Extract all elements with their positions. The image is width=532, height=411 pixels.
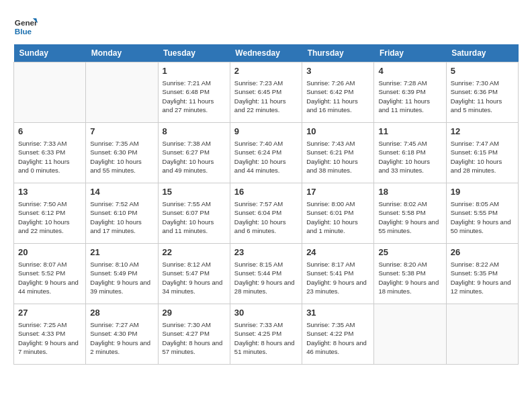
day-number: 3	[306, 65, 369, 77]
calendar-cell: 18Sunrise: 8:02 AMSunset: 5:58 PMDayligh…	[374, 183, 446, 244]
page-header: General Blue	[13, 13, 519, 38]
calendar-cell: 26Sunrise: 8:22 AMSunset: 5:35 PMDayligh…	[446, 244, 518, 304]
day-info: Sunrise: 8:17 AMSunset: 5:41 PMDaylight:…	[306, 260, 369, 295]
day-number: 19	[451, 186, 514, 198]
day-number: 28	[90, 307, 153, 319]
day-number: 14	[90, 186, 153, 198]
day-info: Sunrise: 7:33 AMSunset: 6:33 PMDaylight:…	[18, 139, 81, 175]
day-number: 13	[18, 186, 81, 198]
calendar-cell: 12Sunrise: 7:47 AMSunset: 6:15 PMDayligh…	[446, 123, 518, 183]
calendar-cell: 9Sunrise: 7:40 AMSunset: 6:24 PMDaylight…	[230, 123, 302, 183]
day-number: 24	[306, 246, 369, 259]
day-info: Sunrise: 7:26 AMSunset: 6:42 PMDaylight:…	[306, 79, 369, 114]
day-info: Sunrise: 7:21 AMSunset: 6:48 PMDaylight:…	[163, 79, 226, 114]
calendar-cell: 13Sunrise: 7:50 AMSunset: 6:12 PMDayligh…	[14, 183, 86, 244]
calendar-cell: 30Sunrise: 7:33 AMSunset: 4:25 PMDayligh…	[230, 304, 302, 365]
day-info: Sunrise: 7:47 AMSunset: 6:15 PMDaylight:…	[451, 139, 514, 175]
day-number: 11	[378, 126, 441, 138]
calendar-cell: 3Sunrise: 7:26 AMSunset: 6:42 PMDaylight…	[302, 62, 374, 123]
day-number: 4	[378, 65, 441, 77]
calendar-cell: 14Sunrise: 7:52 AMSunset: 6:10 PMDayligh…	[86, 183, 158, 244]
day-info: Sunrise: 7:55 AMSunset: 6:07 PMDaylight:…	[163, 199, 226, 235]
day-number: 9	[234, 126, 298, 138]
day-info: Sunrise: 7:35 AMSunset: 6:30 PMDaylight:…	[90, 139, 153, 175]
day-number: 12	[451, 126, 514, 138]
day-info: Sunrise: 8:00 AMSunset: 6:01 PMDaylight:…	[306, 199, 369, 235]
calendar-cell: 23Sunrise: 8:15 AMSunset: 5:44 PMDayligh…	[230, 244, 302, 304]
calendar-cell: 25Sunrise: 8:20 AMSunset: 5:38 PMDayligh…	[374, 244, 446, 304]
calendar-cell: 24Sunrise: 8:17 AMSunset: 5:41 PMDayligh…	[302, 244, 374, 304]
calendar-cell	[14, 62, 86, 123]
day-info: Sunrise: 7:35 AMSunset: 4:22 PMDaylight:…	[306, 320, 369, 356]
day-number: 29	[163, 307, 226, 319]
day-info: Sunrise: 8:20 AMSunset: 5:38 PMDaylight:…	[378, 260, 441, 295]
calendar-cell: 21Sunrise: 8:10 AMSunset: 5:49 PMDayligh…	[86, 244, 158, 304]
day-info: Sunrise: 7:45 AMSunset: 6:18 PMDaylight:…	[378, 139, 441, 175]
day-header-thursday: Thursday	[302, 44, 374, 62]
day-number: 5	[451, 65, 514, 77]
calendar-cell: 17Sunrise: 8:00 AMSunset: 6:01 PMDayligh…	[302, 183, 374, 244]
day-number: 2	[234, 65, 298, 77]
day-number: 26	[451, 246, 514, 259]
day-header-sunday: Sunday	[14, 44, 86, 62]
day-info: Sunrise: 7:28 AMSunset: 6:39 PMDaylight:…	[378, 79, 441, 114]
calendar-cell: 31Sunrise: 7:35 AMSunset: 4:22 PMDayligh…	[302, 304, 374, 365]
day-number: 16	[234, 186, 298, 198]
day-info: Sunrise: 7:38 AMSunset: 6:27 PMDaylight:…	[163, 139, 226, 175]
calendar-cell: 8Sunrise: 7:38 AMSunset: 6:27 PMDaylight…	[158, 123, 230, 183]
calendar-cell: 28Sunrise: 7:27 AMSunset: 4:30 PMDayligh…	[86, 304, 158, 365]
day-number: 1	[163, 65, 226, 77]
day-info: Sunrise: 7:33 AMSunset: 4:25 PMDaylight:…	[234, 320, 298, 356]
calendar-cell: 16Sunrise: 7:57 AMSunset: 6:04 PMDayligh…	[230, 183, 302, 244]
calendar-cell: 10Sunrise: 7:43 AMSunset: 6:21 PMDayligh…	[302, 123, 374, 183]
day-number: 18	[378, 186, 441, 198]
calendar-cell: 15Sunrise: 7:55 AMSunset: 6:07 PMDayligh…	[158, 183, 230, 244]
day-info: Sunrise: 7:43 AMSunset: 6:21 PMDaylight:…	[306, 139, 369, 175]
day-info: Sunrise: 7:27 AMSunset: 4:30 PMDaylight:…	[90, 320, 153, 356]
calendar-cell: 1Sunrise: 7:21 AMSunset: 6:48 PMDaylight…	[158, 62, 230, 123]
day-number: 6	[18, 126, 81, 138]
day-header-monday: Monday	[86, 44, 158, 62]
calendar-cell: 22Sunrise: 8:12 AMSunset: 5:47 PMDayligh…	[158, 244, 230, 304]
day-info: Sunrise: 8:12 AMSunset: 5:47 PMDaylight:…	[163, 260, 226, 295]
day-header-tuesday: Tuesday	[158, 44, 230, 62]
day-number: 15	[163, 186, 226, 198]
day-info: Sunrise: 8:15 AMSunset: 5:44 PMDaylight:…	[234, 260, 298, 295]
calendar-table: SundayMondayTuesdayWednesdayThursdayFrid…	[13, 44, 519, 365]
calendar-cell: 20Sunrise: 8:07 AMSunset: 5:52 PMDayligh…	[14, 244, 86, 304]
day-number: 21	[90, 246, 153, 259]
day-info: Sunrise: 7:25 AMSunset: 4:33 PMDaylight:…	[18, 320, 81, 356]
day-number: 7	[90, 126, 153, 138]
calendar-week-2: 6Sunrise: 7:33 AMSunset: 6:33 PMDaylight…	[14, 123, 519, 183]
calendar-cell	[374, 304, 446, 365]
calendar-cell: 19Sunrise: 8:05 AMSunset: 5:55 PMDayligh…	[446, 183, 518, 244]
day-number: 10	[306, 126, 369, 138]
day-header-wednesday: Wednesday	[230, 44, 302, 62]
day-info: Sunrise: 8:10 AMSunset: 5:49 PMDaylight:…	[90, 260, 153, 295]
logo: General Blue	[13, 13, 38, 38]
calendar-cell: 6Sunrise: 7:33 AMSunset: 6:33 PMDaylight…	[14, 123, 86, 183]
day-info: Sunrise: 8:02 AMSunset: 5:58 PMDaylight:…	[378, 199, 441, 235]
day-number: 25	[378, 246, 441, 259]
day-info: Sunrise: 7:30 AMSunset: 6:36 PMDaylight:…	[451, 79, 514, 114]
day-info: Sunrise: 8:05 AMSunset: 5:55 PMDaylight:…	[451, 199, 514, 235]
day-info: Sunrise: 8:22 AMSunset: 5:35 PMDaylight:…	[451, 260, 514, 295]
day-number: 17	[306, 186, 369, 198]
calendar-cell: 5Sunrise: 7:30 AMSunset: 6:36 PMDaylight…	[446, 62, 518, 123]
calendar-week-4: 20Sunrise: 8:07 AMSunset: 5:52 PMDayligh…	[14, 244, 519, 304]
calendar-cell: 7Sunrise: 7:35 AMSunset: 6:30 PMDaylight…	[86, 123, 158, 183]
calendar-week-3: 13Sunrise: 7:50 AMSunset: 6:12 PMDayligh…	[14, 183, 519, 244]
day-number: 30	[234, 307, 298, 319]
day-header-saturday: Saturday	[446, 44, 518, 62]
day-info: Sunrise: 7:50 AMSunset: 6:12 PMDaylight:…	[18, 199, 81, 235]
day-info: Sunrise: 7:23 AMSunset: 6:45 PMDaylight:…	[234, 79, 298, 114]
calendar-week-5: 27Sunrise: 7:25 AMSunset: 4:33 PMDayligh…	[14, 304, 519, 365]
day-number: 27	[18, 307, 81, 319]
day-info: Sunrise: 7:52 AMSunset: 6:10 PMDaylight:…	[90, 199, 153, 235]
day-info: Sunrise: 7:57 AMSunset: 6:04 PMDaylight:…	[234, 199, 298, 235]
svg-text:Blue: Blue	[15, 27, 32, 36]
calendar-cell: 4Sunrise: 7:28 AMSunset: 6:39 PMDaylight…	[374, 62, 446, 123]
calendar-header-row: SundayMondayTuesdayWednesdayThursdayFrid…	[14, 44, 519, 62]
day-number: 20	[18, 246, 81, 259]
calendar-cell: 29Sunrise: 7:30 AMSunset: 4:27 PMDayligh…	[158, 304, 230, 365]
